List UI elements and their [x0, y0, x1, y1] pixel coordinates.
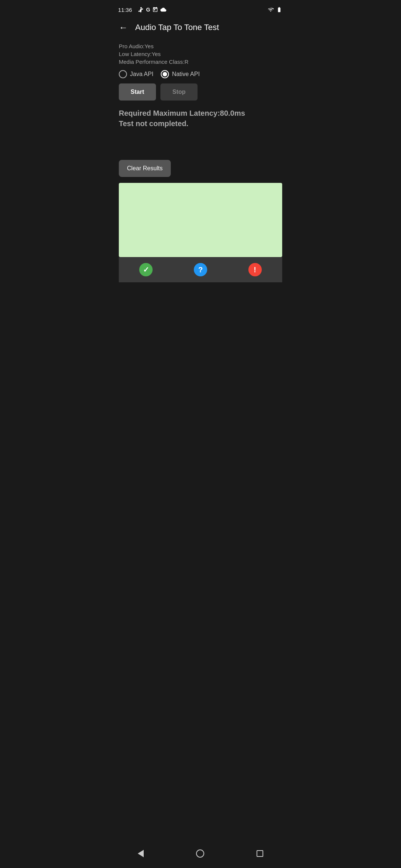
- pass-button[interactable]: ✓: [119, 257, 173, 282]
- nav-bar: [111, 842, 290, 868]
- toolbar: ← Audio Tap To Tone Test: [111, 18, 290, 40]
- nav-home-button[interactable]: [189, 846, 212, 861]
- status-icons-left: G: [138, 7, 167, 13]
- nav-recents-button[interactable]: [249, 847, 271, 860]
- java-api-option[interactable]: Java API: [119, 70, 153, 78]
- start-button[interactable]: Start: [119, 83, 156, 101]
- status-icons-right: [267, 7, 283, 13]
- nav-recents-icon: [257, 850, 263, 857]
- question-icon: ?: [198, 266, 203, 274]
- nav-back-button[interactable]: [130, 847, 151, 860]
- native-api-radio[interactable]: [161, 70, 169, 78]
- cloud-icon: [160, 7, 166, 13]
- wifi-icon: [267, 7, 274, 13]
- checkmark-icon: ✓: [143, 265, 149, 274]
- fan-icon: [138, 7, 144, 13]
- nav-back-icon: [138, 850, 144, 857]
- google-icon: G: [146, 7, 150, 13]
- native-api-radio-inner: [163, 72, 167, 76]
- java-api-label: Java API: [130, 71, 153, 78]
- result-line2: Test not completed.: [119, 118, 282, 129]
- native-api-label: Native API: [172, 71, 200, 78]
- warning-button[interactable]: !: [228, 257, 282, 282]
- info-button[interactable]: ?: [173, 257, 228, 282]
- low-latency-label: Low Latency:Yes: [119, 51, 282, 57]
- pro-audio-label: Pro Audio:Yes: [119, 43, 282, 49]
- java-api-radio[interactable]: [119, 70, 127, 78]
- clear-results-button[interactable]: Clear Results: [119, 160, 171, 177]
- spacer: [119, 138, 282, 160]
- calendar-icon: [152, 7, 158, 13]
- api-radio-group: Java API Native API: [119, 70, 282, 78]
- page-title: Audio Tap To Tone Test: [135, 23, 219, 32]
- status-bar: 11:36 G: [111, 0, 290, 18]
- exclamation-icon: !: [254, 266, 256, 274]
- pass-icon: ✓: [139, 263, 153, 276]
- bottom-icons-bar: ✓ ? !: [119, 257, 282, 282]
- warning-icon: !: [248, 263, 262, 276]
- battery-icon: [276, 7, 283, 13]
- action-buttons-row: Start Stop: [119, 83, 282, 101]
- visualizer-area: [119, 183, 282, 257]
- back-button[interactable]: ←: [117, 21, 129, 34]
- result-line1: Required Maximum Latency:80.0ms: [119, 108, 282, 118]
- status-time: 11:36: [118, 7, 132, 13]
- media-perf-label: Media Performance Class:R: [119, 59, 282, 65]
- result-text: Required Maximum Latency:80.0ms Test not…: [119, 108, 282, 129]
- stop-button[interactable]: Stop: [160, 83, 198, 101]
- content-area: Pro Audio:Yes Low Latency:Yes Media Perf…: [111, 40, 290, 842]
- nav-home-icon: [196, 849, 204, 858]
- native-api-option[interactable]: Native API: [161, 70, 200, 78]
- info-icon: ?: [194, 263, 207, 276]
